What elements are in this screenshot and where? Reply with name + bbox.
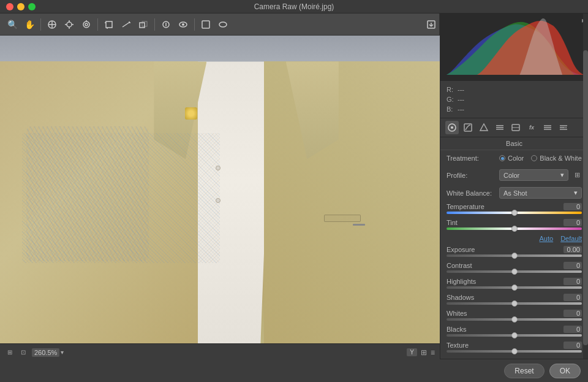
auto-button[interactable]: Auto (540, 235, 554, 242)
blacks-thumb[interactable] (511, 332, 518, 338)
whites-slider-row: Whites 0 (440, 308, 588, 324)
b-value: --- (458, 105, 464, 113)
profile-row: Profile: Color ▾ ⊞ (440, 166, 588, 184)
highlights-value[interactable]: 0 (564, 278, 582, 285)
image-canvas (0, 36, 440, 361)
transform-tool[interactable] (136, 17, 151, 32)
highlights-label: Highlights (447, 278, 476, 285)
svg-point-8 (83, 21, 89, 28)
whites-thumb[interactable] (511, 316, 518, 323)
contrast-thumb[interactable] (511, 269, 518, 275)
exposure-track[interactable] (447, 254, 582, 257)
minimize-button[interactable] (17, 3, 24, 10)
zoom-tool[interactable]: 🔍 (5, 17, 20, 32)
section-header-basic: Basic (440, 137, 588, 150)
straighten-tool[interactable] (119, 17, 134, 32)
graduated-filter-tool[interactable] (198, 17, 213, 32)
target-adjustment-tool[interactable] (79, 17, 94, 32)
svg-point-24 (219, 22, 227, 27)
texture-thumb[interactable] (511, 348, 518, 354)
svg-rect-32 (464, 124, 472, 131)
wb-label: White Balance: (447, 189, 496, 197)
maximize-button[interactable] (28, 3, 36, 10)
profile-select[interactable]: Color ▾ (499, 169, 568, 181)
texture-track[interactable] (447, 350, 582, 353)
blacks-track[interactable] (447, 334, 582, 337)
contrast-track[interactable] (447, 270, 582, 273)
radial-filter-tool[interactable] (216, 17, 230, 32)
shadows-track[interactable] (447, 302, 582, 305)
bw-option[interactable]: Black & White (531, 155, 581, 162)
ok-button[interactable]: OK (549, 364, 581, 378)
button-1 (216, 166, 221, 170)
wb-select[interactable]: As Shot ▾ (499, 187, 582, 199)
g-label: G: (447, 96, 454, 103)
svg-rect-11 (106, 21, 112, 28)
shadows-thumb[interactable] (511, 300, 518, 307)
bw-radio[interactable] (531, 155, 537, 161)
contrast-value[interactable]: 0 (564, 262, 582, 269)
tab-basic[interactable] (445, 121, 459, 134)
panel-scrollbar[interactable] (583, 13, 588, 382)
lapel-pin (185, 107, 197, 120)
profile-grid-icon[interactable]: ⊞ (572, 170, 582, 180)
tab-detail[interactable] (477, 121, 491, 134)
color-sample-tool[interactable] (62, 17, 77, 32)
color-option[interactable]: Color (499, 155, 524, 162)
temperature-track[interactable] (447, 212, 582, 214)
whites-track[interactable] (447, 318, 582, 321)
panel-content: Basic Treatment: Color Black & White Pro… (440, 137, 588, 382)
color-radio[interactable] (499, 155, 505, 161)
tab-tone-curve[interactable] (461, 121, 475, 134)
highlights-track[interactable] (447, 286, 582, 289)
treatment-radio-group: Color Black & White (499, 155, 582, 162)
exposure-value[interactable]: 0.00 (564, 246, 582, 253)
zoom-value[interactable]: 260.5% (32, 348, 59, 357)
temperature-value[interactable]: 0 (564, 203, 582, 210)
tab-hsl[interactable] (493, 121, 507, 134)
tint-label: Tint (447, 219, 458, 226)
spot-removal-tool[interactable] (159, 17, 173, 32)
tint-value[interactable]: 0 (564, 219, 582, 226)
svg-rect-35 (496, 127, 503, 128)
canvas-save-icon[interactable] (423, 13, 440, 36)
shadows-label: Shadows (447, 294, 474, 301)
crop-tool[interactable] (102, 17, 116, 32)
tool-separator-2 (97, 18, 98, 31)
svg-rect-36 (496, 129, 503, 130)
tool-separator-1 (40, 18, 41, 31)
blacks-value[interactable]: 0 (564, 326, 582, 333)
temperature-slider-row: Temperature 0 (440, 202, 588, 218)
panel-tabs: fx (440, 118, 588, 137)
highlights-thumb[interactable] (511, 285, 518, 291)
canvas-icon-2: ⊡ (18, 348, 28, 357)
color-label: Color (508, 155, 524, 162)
tab-effects[interactable] (541, 121, 554, 134)
close-button[interactable] (6, 3, 13, 10)
temperature-label: Temperature (447, 203, 484, 210)
red-eye-tool[interactable] (176, 17, 190, 32)
temperature-thumb[interactable] (511, 210, 518, 216)
tint-track[interactable] (447, 227, 582, 230)
default-button[interactable]: Default (560, 235, 582, 242)
tint-thumb[interactable] (511, 226, 518, 232)
b-label: B: (447, 105, 454, 113)
g-value: --- (458, 96, 464, 103)
whites-value[interactable]: 0 (564, 310, 582, 317)
rgb-values: R: --- G: --- B: --- (440, 81, 588, 118)
tab-split-toning[interactable] (509, 121, 522, 134)
shadows-value[interactable]: 0 (564, 294, 582, 301)
b-row: B: --- (447, 104, 582, 114)
blacks-label: Blacks (447, 326, 466, 333)
panel-scrollbar-thumb[interactable] (583, 50, 588, 345)
g-row: G: --- (447, 94, 582, 104)
tab-camera-cal[interactable] (557, 121, 570, 134)
exposure-thumb[interactable] (511, 253, 518, 259)
texture-value[interactable]: 0 (564, 342, 582, 349)
white-balance-tool[interactable] (45, 17, 59, 32)
auto-default-row: Auto Default (440, 234, 588, 245)
hand-tool[interactable]: ✋ (22, 17, 37, 32)
zoom-dropdown-arrow[interactable]: ▾ (61, 349, 64, 356)
reset-button[interactable]: Reset (504, 364, 544, 378)
tab-lens[interactable]: fx (525, 121, 538, 134)
